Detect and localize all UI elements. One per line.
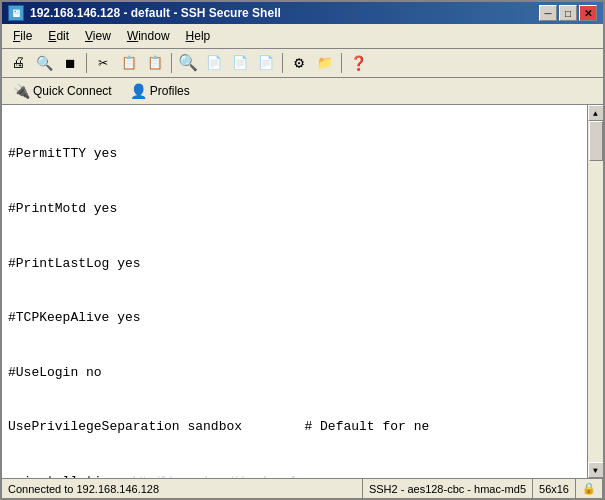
toolbar-sep-1	[86, 53, 87, 73]
toolbar-sep-4	[341, 53, 342, 73]
menu-file[interactable]: File	[6, 26, 39, 46]
line-4: #TCPKeepAlive yes	[8, 309, 581, 327]
tool-new[interactable]: 🖨	[6, 51, 30, 75]
quick-connect-label: Quick Connect	[33, 84, 112, 98]
status-protocol-text: SSH2 - aes128-cbc - hmac-md5	[369, 483, 526, 495]
status-connection-text: Connected to 192.168.146.128	[8, 483, 159, 495]
close-button[interactable]: ✕	[579, 5, 597, 21]
line-2: #PrintMotd yes	[8, 200, 581, 218]
menu-file-label: F	[13, 29, 20, 43]
status-icon: 🔒	[576, 479, 603, 498]
status-size-text: 56x16	[539, 483, 569, 495]
terminal-content: #PermitTTY yes #PrintMotd yes #PrintLast…	[8, 109, 581, 478]
profiles-icon: 👤	[130, 83, 147, 99]
window-controls: ─ □ ✕	[539, 5, 597, 21]
terminal[interactable]: #PermitTTY yes #PrintMotd yes #PrintLast…	[2, 105, 587, 478]
menu-edit[interactable]: Edit	[41, 26, 76, 46]
menu-bar: File Edit View Window Help	[2, 24, 603, 49]
tool-cmd2[interactable]: 📄	[228, 51, 252, 75]
line-3: #PrintLastLog yes	[8, 255, 581, 273]
minimize-button[interactable]: ─	[539, 5, 557, 21]
status-bar: Connected to 192.168.146.128 SSH2 - aes1…	[2, 478, 603, 498]
tool-paste[interactable]: 📋	[143, 51, 167, 75]
title-bar: 🖥 192.168.146.128 - default - SSH Secure…	[2, 2, 603, 24]
menu-window[interactable]: Window	[120, 26, 177, 46]
line-7: w installations.http://blog.csdn.net/dan…	[8, 473, 581, 478]
toolbar2: 🔌 Quick Connect 👤 Profiles	[2, 78, 603, 105]
tool-open[interactable]: 🔍	[32, 51, 56, 75]
maximize-button[interactable]: □	[559, 5, 577, 21]
menu-view[interactable]: View	[78, 26, 118, 46]
scroll-track[interactable]	[588, 121, 604, 462]
tool-cut[interactable]: ✂	[91, 51, 115, 75]
ssh-window: 🖥 192.168.146.128 - default - SSH Secure…	[0, 0, 605, 500]
profiles-label: Profiles	[150, 84, 190, 98]
tool-settings[interactable]: ⚙	[287, 51, 311, 75]
menu-edit-label: E	[48, 29, 56, 43]
tool-help[interactable]: ❓	[346, 51, 370, 75]
tool-cmd3[interactable]: 📄	[254, 51, 278, 75]
quick-connect-button[interactable]: 🔌 Quick Connect	[6, 80, 119, 102]
toolbar-sep-2	[171, 53, 172, 73]
toolbar-sep-3	[282, 53, 283, 73]
line-1: #PermitTTY yes	[8, 145, 581, 163]
app-icon: 🖥	[8, 5, 24, 21]
toolbar: 🖨 🔍 ◼ ✂ 📋 📋 🔍 📄 📄 📄 ⚙ 📁 ❓	[2, 49, 603, 78]
profiles-button[interactable]: 👤 Profiles	[123, 80, 197, 102]
quick-connect-icon: 🔌	[13, 83, 30, 99]
tool-copy[interactable]: 📋	[117, 51, 141, 75]
scroll-thumb[interactable]	[589, 121, 603, 161]
menu-help[interactable]: Help	[179, 26, 218, 46]
title-bar-left: 🖥 192.168.146.128 - default - SSH Secure…	[8, 5, 281, 21]
line-5: #UseLogin no	[8, 364, 581, 382]
watermark: http://blog.csdn.net/dancheng1	[133, 474, 297, 478]
menu-view-label: V	[85, 29, 93, 43]
tool-save[interactable]: ◼	[58, 51, 82, 75]
tool-find[interactable]: 🔍	[176, 51, 200, 75]
scroll-down-button[interactable]: ▼	[588, 462, 604, 478]
status-connection: Connected to 192.168.146.128	[2, 479, 363, 498]
status-size: 56x16	[533, 479, 576, 498]
menu-window-label: W	[127, 29, 138, 43]
line-6: UsePrivilegeSeparation sandbox # Default…	[8, 418, 581, 436]
window-title: 192.168.146.128 - default - SSH Secure S…	[30, 6, 281, 20]
status-protocol: SSH2 - aes128-cbc - hmac-md5	[363, 479, 533, 498]
menu-help-label: H	[186, 29, 195, 43]
status-lock-icon: 🔒	[582, 482, 596, 495]
scrollbar: ▲ ▼	[587, 105, 603, 478]
main-area: #PermitTTY yes #PrintMotd yes #PrintLast…	[2, 105, 603, 478]
tool-sftp[interactable]: 📁	[313, 51, 337, 75]
scroll-up-button[interactable]: ▲	[588, 105, 604, 121]
tool-cmd1[interactable]: 📄	[202, 51, 226, 75]
